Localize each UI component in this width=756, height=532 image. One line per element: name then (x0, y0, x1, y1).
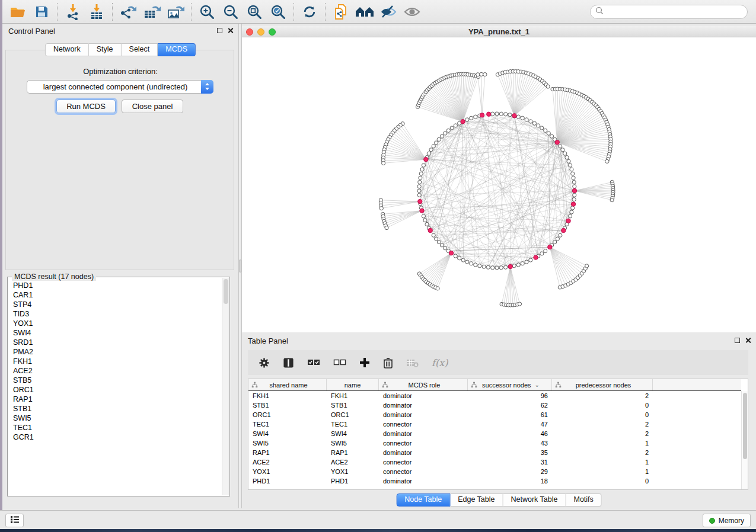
search-box[interactable] (590, 5, 748, 19)
zoom-fit-button[interactable] (244, 2, 264, 21)
search-icon (595, 7, 604, 17)
tab-mcds[interactable]: MCDS (158, 43, 196, 56)
tab-select[interactable]: Select (122, 43, 158, 56)
main-toolbar (0, 0, 756, 24)
mcds-result-item[interactable]: ORC1 (8, 385, 222, 395)
tab-edge-table[interactable]: Edge Table (450, 493, 503, 507)
mcds-result-item[interactable]: GCR1 (8, 432, 222, 442)
table-settings-gear-icon[interactable] (259, 357, 270, 368)
table-row[interactable]: TEC1TEC1connector472 (248, 419, 741, 429)
table-row[interactable]: FKH1FKH1dominator962 (248, 391, 741, 400)
table-cell: 0 (552, 476, 653, 486)
network-window-titlebar[interactable]: YPA_prune.txt_1 (242, 26, 756, 37)
column-header-label: successor nodes (482, 382, 531, 389)
cytoscape-app: Control Panel NetworkStyleSelectMCDS Opt… (0, 0, 756, 532)
memory-button[interactable]: Memory (703, 514, 751, 527)
run-mcds-button[interactable]: Run MCDS (56, 100, 116, 113)
refresh-icon (301, 4, 318, 20)
mcds-result-item[interactable]: SWI4 (8, 328, 222, 338)
mcds-result-item[interactable]: STB1 (8, 404, 222, 414)
mcds-result-list[interactable]: PHD1CAR1STP4TID3YOX1SWI4SRD1PMA2FKH1ACE2… (8, 278, 222, 495)
mcds-result-item[interactable]: ACE2 (8, 366, 222, 376)
export-network-icon (119, 4, 137, 20)
column-header-successor-nodes[interactable]: successor nodes⌄ (468, 379, 552, 390)
close-panel-icon[interactable] (745, 337, 751, 344)
table-scrollbar[interactable] (741, 391, 748, 489)
open-session-button[interactable] (8, 2, 28, 21)
mcds-result-item[interactable]: PHD1 (8, 281, 222, 290)
close-panel-icon[interactable] (227, 27, 234, 34)
table-cell: SWI4 (327, 429, 379, 438)
create-column-plus-icon[interactable] (359, 357, 370, 368)
tab-style[interactable]: Style (89, 43, 122, 56)
optimization-criterion-select[interactable]: largest connected component (undirected) (27, 80, 213, 94)
export-table-button[interactable] (142, 2, 162, 21)
zoom-selected-button[interactable] (268, 2, 288, 21)
export-network-button[interactable] (118, 2, 138, 21)
table-row[interactable]: RAP1RAP1dominator352 (248, 448, 741, 457)
export-image-button[interactable] (165, 2, 186, 21)
column-sort-icon[interactable]: ⌄ (535, 382, 540, 388)
network-view-canvas[interactable] (242, 37, 756, 332)
mcds-result-item[interactable]: FKH1 (8, 357, 222, 366)
column-header-predecessor-nodes[interactable]: predecessor nodes (552, 379, 653, 390)
table-cell: FKH1 (327, 391, 379, 400)
unselect-all-columns-icon[interactable] (333, 358, 346, 367)
save-session-button[interactable] (31, 2, 52, 21)
mcds-result-item[interactable]: CAR1 (8, 290, 222, 300)
tab-network-table[interactable]: Network Table (503, 493, 566, 507)
float-panel-icon[interactable] (217, 28, 222, 33)
mcds-list-scrollbar[interactable] (222, 278, 229, 495)
import-network-icon (65, 4, 81, 20)
column-header-mcds-role[interactable]: MCDS role (379, 379, 468, 390)
column-header-label: shared name (269, 382, 307, 389)
tab-network[interactable]: Network (45, 43, 89, 56)
mcds-result-item[interactable]: RAP1 (8, 395, 222, 404)
first-neighbors-button[interactable] (355, 2, 375, 21)
show-column-panel-icon[interactable] (283, 357, 294, 368)
zoom-out-button[interactable] (221, 2, 241, 21)
open-folder-icon (9, 5, 26, 19)
float-panel-icon[interactable] (735, 338, 740, 343)
table-cell: 31 (468, 457, 552, 467)
mcds-result-item[interactable]: SRD1 (8, 338, 222, 347)
select-all-columns-icon[interactable] (307, 358, 320, 367)
column-header-label: predecessor nodes (576, 382, 631, 389)
table-row[interactable]: YOX1YOX1connector291 (248, 467, 741, 476)
mcds-result-item[interactable]: PMA2 (8, 347, 222, 357)
tab-motifs[interactable]: Motifs (566, 493, 601, 507)
close-panel-button[interactable]: Close panel (122, 100, 183, 113)
divider-handle-icon[interactable] (239, 259, 241, 273)
clone-network-button[interactable] (331, 2, 351, 21)
column-header-name[interactable]: name (327, 379, 379, 390)
table-row[interactable]: STB1STB1dominator620 (248, 400, 741, 410)
table-cell: FKH1 (248, 391, 327, 400)
import-table-button[interactable] (87, 2, 107, 21)
show-all-button[interactable] (402, 2, 422, 21)
zoom-in-button[interactable] (197, 2, 217, 21)
mcds-result-item[interactable]: SWI5 (8, 414, 222, 423)
table-row[interactable]: SWI5SWI5connector431 (248, 438, 741, 448)
delete-column-trash-icon[interactable] (383, 357, 393, 368)
import-network-button[interactable] (63, 2, 83, 21)
show-panels-button[interactable] (5, 514, 24, 527)
search-input[interactable] (607, 7, 747, 17)
table-row[interactable]: SWI4SWI4dominator462 (248, 429, 741, 438)
mcds-result-item[interactable]: YOX1 (8, 319, 222, 328)
table-cell: 1 (552, 457, 653, 467)
mcds-result-item[interactable]: STB5 (8, 376, 222, 385)
hide-selected-button[interactable] (378, 2, 398, 21)
mcds-result-item[interactable]: TID3 (8, 309, 222, 319)
table-row[interactable]: ORC1ORC1dominator610 (248, 410, 741, 419)
mcds-result-item[interactable]: TEC1 (8, 423, 222, 432)
refresh-view-button[interactable] (299, 2, 320, 21)
table-row[interactable]: PHD1PHD1dominator180 (248, 476, 741, 486)
table-cell: 29 (468, 467, 552, 476)
column-header-label: MCDS role (409, 382, 441, 389)
tab-node-table[interactable]: Node Table (396, 493, 450, 507)
table-cell: dominator (379, 410, 468, 419)
mcds-result-item[interactable]: STP4 (8, 300, 222, 309)
column-header-shared-name[interactable]: shared name (248, 379, 327, 390)
table-row[interactable]: ACE2ACE2connector311 (248, 457, 741, 467)
node-table-body: FKH1FKH1dominator962STB1STB1dominator620… (248, 391, 741, 489)
